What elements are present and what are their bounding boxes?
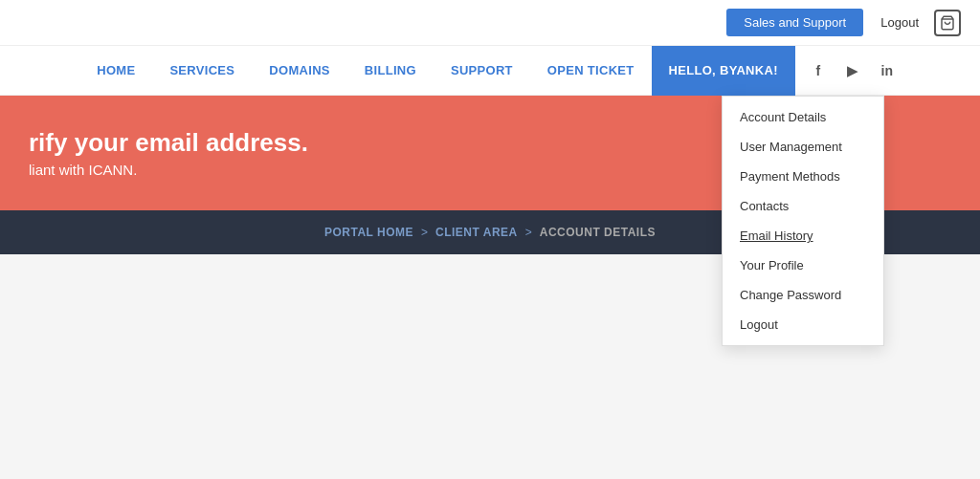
nav-bar: HOME SERVICES DOMAINS BILLING SUPPORT OP… bbox=[0, 46, 980, 96]
nav-billing[interactable]: BILLING bbox=[347, 46, 434, 96]
facebook-icon[interactable]: f bbox=[805, 57, 832, 84]
breadcrumb-current: ACCOUNT DETAILS bbox=[540, 226, 656, 239]
cart-icon[interactable] bbox=[934, 10, 961, 36]
youtube-icon[interactable]: ▶ bbox=[839, 57, 866, 84]
breadcrumb-portal-home[interactable]: PORTAL HOME bbox=[324, 226, 413, 239]
nav-open-ticket[interactable]: OPEN TICKET bbox=[530, 46, 652, 96]
hero-heading: rify your email address. bbox=[29, 128, 308, 158]
top-bar: Sales and Support Logout bbox=[0, 0, 980, 46]
breadcrumb-sep-1: > bbox=[421, 226, 428, 239]
nav-domains[interactable]: DOMAINS bbox=[252, 46, 347, 96]
nav-links: HOME SERVICES DOMAINS BILLING SUPPORT OP… bbox=[79, 46, 901, 96]
sales-support-button[interactable]: Sales and Support bbox=[726, 9, 863, 36]
dropdown-item-your-profile[interactable]: Your Profile bbox=[723, 250, 883, 280]
nav-services[interactable]: SERVICES bbox=[152, 46, 252, 96]
dropdown-item-change-password[interactable]: Change Password bbox=[723, 280, 883, 310]
dropdown-item-user-management[interactable]: User Management bbox=[723, 132, 883, 162]
linkedin-icon[interactable]: in bbox=[874, 57, 901, 84]
social-icons: f ▶ in bbox=[805, 57, 901, 84]
nav-support[interactable]: SUPPORT bbox=[434, 46, 530, 96]
dropdown-item-payment-methods[interactable]: Payment Methods bbox=[723, 162, 883, 191]
dropdown-item-contacts[interactable]: Contacts bbox=[723, 191, 883, 221]
hero-text: rify your email address. liant with ICAN… bbox=[29, 128, 308, 178]
nav-home[interactable]: HOME bbox=[79, 46, 152, 96]
top-logout-link[interactable]: Logout bbox=[880, 15, 919, 30]
dropdown-item-email-history[interactable]: Email History bbox=[723, 221, 883, 250]
dropdown-item-logout[interactable]: Logout bbox=[723, 310, 883, 339]
dropdown-item-account-details[interactable]: Account Details bbox=[723, 102, 883, 132]
breadcrumb-sep-2: > bbox=[525, 226, 532, 239]
hero-subtext: liant with ICANN. bbox=[29, 162, 308, 178]
breadcrumb-client-area[interactable]: CLIENT AREA bbox=[435, 226, 518, 239]
nav-hello-button[interactable]: HELLO, BYANKA! bbox=[652, 46, 795, 96]
user-dropdown-menu: Account DetailsUser ManagementPayment Me… bbox=[722, 96, 884, 346]
